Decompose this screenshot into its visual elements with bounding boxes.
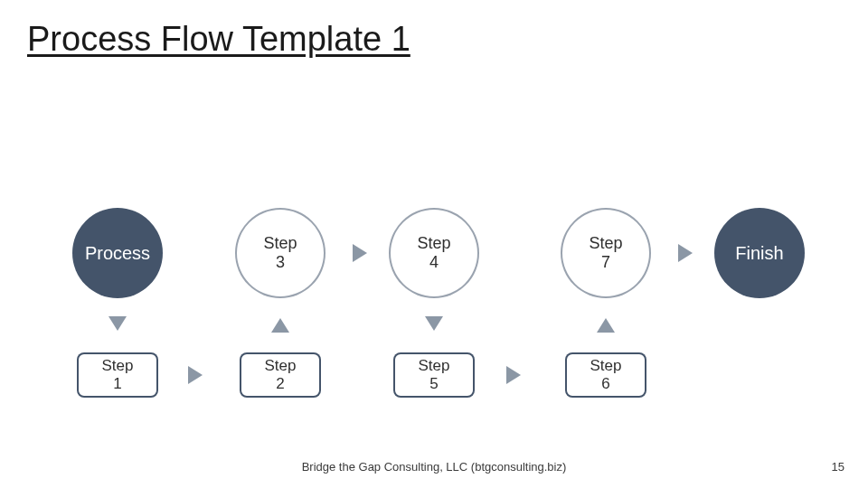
node-label: Process (85, 243, 150, 264)
arrow-right-icon (188, 366, 203, 384)
node-label: Step 3 (263, 234, 297, 271)
arrow-right-icon (678, 244, 693, 262)
node-process: Process (72, 208, 163, 298)
footer-text: Bridge the Gap Consulting, LLC (btgconsu… (0, 460, 868, 474)
node-step6: Step 6 (565, 352, 646, 398)
arrow-down-icon (425, 316, 443, 331)
node-label: Step 5 (419, 357, 450, 392)
node-step7: Step 7 (561, 208, 651, 298)
node-label: Step 1 (102, 357, 134, 392)
node-label: Step 6 (590, 357, 622, 392)
arrow-up-icon (271, 318, 289, 333)
node-label: Step 4 (417, 234, 450, 271)
node-finish: Finish (714, 208, 805, 298)
node-label: Step 7 (589, 234, 622, 271)
arrow-right-icon (506, 366, 521, 384)
node-step2: Step 2 (240, 352, 321, 398)
diagram-stage: Process Step 3 Step 4 Step 7 Finish Step… (0, 0, 868, 488)
arrow-up-icon (597, 318, 615, 333)
page-number: 15 (832, 460, 844, 474)
node-step5: Step 5 (393, 352, 475, 398)
node-step4: Step 4 (389, 208, 479, 298)
arrow-down-icon (108, 316, 127, 331)
node-label: Step 2 (265, 357, 297, 392)
arrow-right-icon (353, 244, 367, 262)
node-step3: Step 3 (235, 208, 326, 298)
node-label: Finish (735, 243, 783, 264)
node-step1: Step 1 (77, 352, 158, 398)
